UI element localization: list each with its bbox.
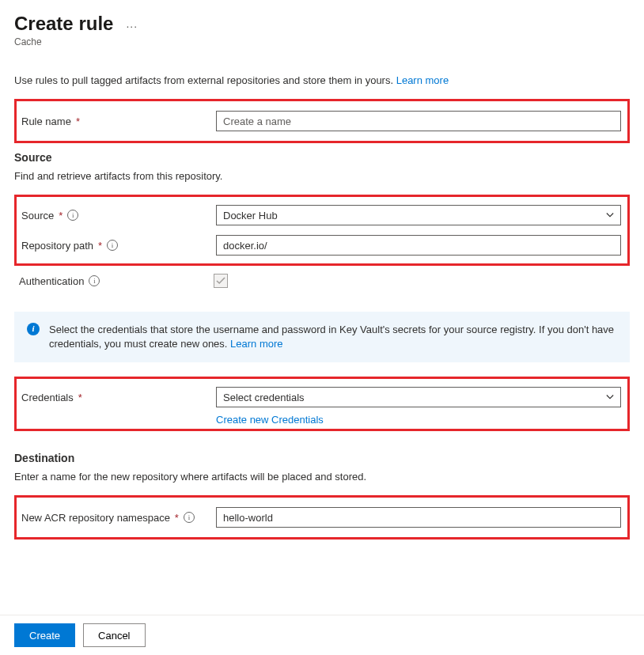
info-icon[interactable]: i bbox=[184, 512, 195, 523]
info-icon[interactable]: i bbox=[67, 210, 78, 221]
namespace-label: New ACR repository namespace bbox=[21, 512, 170, 524]
source-label: Source bbox=[21, 210, 54, 221]
source-select-value: Docker Hub bbox=[223, 210, 278, 221]
credentials-group: Credentials * Select credentials Create … bbox=[14, 377, 630, 431]
rule-name-group: Rule name * bbox=[14, 99, 630, 143]
check-icon bbox=[216, 276, 225, 286]
required-asterisk: * bbox=[98, 240, 102, 252]
more-actions-icon[interactable]: ··· bbox=[126, 20, 138, 32]
authentication-label: Authentication bbox=[19, 275, 84, 287]
learn-more-link[interactable]: Learn more bbox=[396, 74, 449, 86]
create-credentials-link[interactable]: Create new Credentials bbox=[216, 414, 324, 426]
page-title: Create rule bbox=[14, 13, 113, 35]
destination-section-title: Destination bbox=[14, 452, 630, 464]
source-section-desc: Find and retrieve artifacts from this re… bbox=[14, 170, 630, 182]
credentials-select-value: Select credentials bbox=[223, 392, 305, 403]
source-select[interactable]: Docker Hub bbox=[216, 205, 621, 225]
source-group: Source * i Docker Hub Repository path * … bbox=[14, 195, 630, 266]
rule-name-label: Rule name bbox=[21, 115, 71, 127]
required-asterisk: * bbox=[175, 512, 179, 524]
info-icon[interactable]: i bbox=[89, 275, 100, 286]
create-button[interactable]: Create bbox=[14, 623, 75, 647]
credentials-label: Credentials bbox=[21, 392, 74, 403]
footer: Create Cancel bbox=[0, 615, 644, 655]
info-icon: i bbox=[27, 323, 40, 335]
page-subtitle: Cache bbox=[14, 36, 630, 47]
required-asterisk: * bbox=[76, 115, 80, 127]
namespace-input[interactable] bbox=[216, 507, 621, 528]
intro-text: Use rules to pull tagged artifacts from … bbox=[14, 74, 630, 86]
cancel-button[interactable]: Cancel bbox=[83, 623, 145, 647]
banner-learn-more-link[interactable]: Learn more bbox=[230, 338, 282, 350]
info-banner: i Select the credentials that store the … bbox=[14, 312, 630, 362]
chevron-down-icon bbox=[606, 393, 614, 401]
info-icon[interactable]: i bbox=[107, 240, 118, 251]
authentication-checkbox[interactable] bbox=[214, 274, 228, 288]
namespace-group: New ACR repository namespace * i bbox=[14, 495, 630, 540]
repo-path-input[interactable] bbox=[216, 235, 621, 256]
rule-name-input[interactable] bbox=[216, 111, 621, 131]
destination-section-desc: Enter a name for the new repository wher… bbox=[14, 471, 630, 483]
required-asterisk: * bbox=[59, 210, 63, 221]
source-section-title: Source bbox=[14, 151, 630, 164]
chevron-down-icon bbox=[606, 211, 614, 219]
repo-path-label: Repository path bbox=[21, 240, 93, 252]
required-asterisk: * bbox=[78, 392, 82, 403]
credentials-select[interactable]: Select credentials bbox=[216, 387, 621, 407]
